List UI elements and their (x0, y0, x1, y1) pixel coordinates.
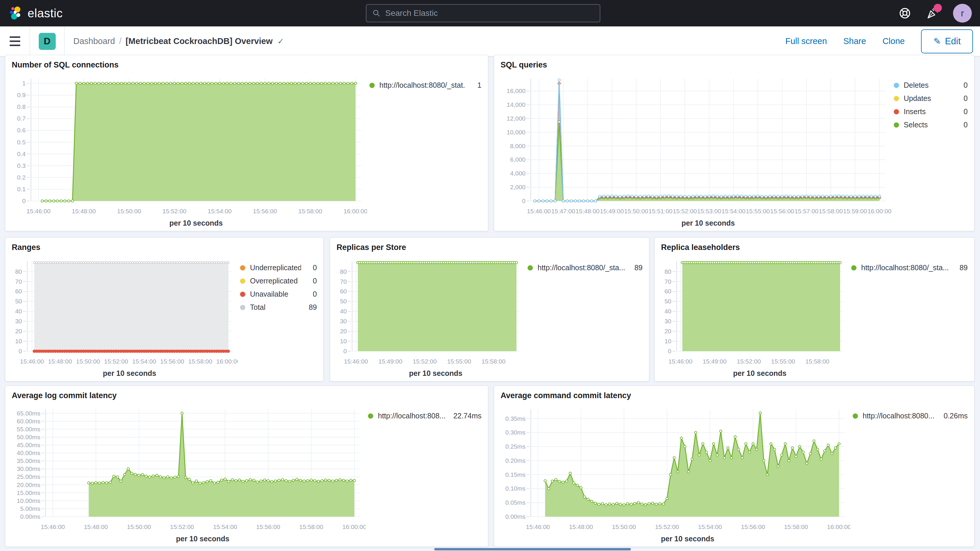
legend-item[interactable]: http://localhost:8080/_sta...89 (851, 263, 968, 272)
legend-label: Deletes (904, 81, 952, 89)
svg-text:15:52:00: 15:52:00 (413, 358, 437, 365)
svg-text:10: 10 (15, 338, 22, 344)
panel-replicas-per-store: Replicas per Store 0102030405060708015:4… (330, 237, 649, 381)
legend-label: http://localhost:8080/_stat... (379, 81, 466, 89)
svg-text:per 10 seconds: per 10 seconds (409, 369, 463, 377)
svg-text:20: 20 (15, 328, 22, 334)
full-screen-button[interactable]: Full screen (785, 37, 827, 46)
svg-text:15:56:00: 15:56:00 (741, 524, 765, 530)
svg-text:50: 50 (15, 298, 22, 304)
legend-value: 1 (470, 81, 482, 89)
svg-text:0.7: 0.7 (17, 115, 25, 122)
svg-text:0: 0 (522, 197, 525, 204)
chart-legend: http://localhost:8080/_sta...89 (849, 253, 968, 378)
legend-item[interactable]: http://localhost:8080/_stat...1 (369, 81, 482, 89)
svg-text:80: 80 (665, 268, 671, 275)
legend-item[interactable]: http://localhost:8080...0.26ms (853, 412, 968, 420)
svg-text:16:00:00: 16:00:00 (827, 524, 850, 530)
panel-average-command-commit-latency: Average command commit latency 0.00ms0.0… (494, 385, 974, 547)
svg-text:60: 60 (340, 288, 347, 295)
svg-text:70: 70 (340, 278, 347, 285)
dashboard-toolbar: D Dashboard / [Metricbeat CockroachDB] O… (0, 26, 980, 56)
legend-value: 0 (956, 121, 968, 129)
svg-text:70: 70 (665, 278, 671, 285)
svg-text:8,000: 8,000 (510, 143, 525, 149)
svg-text:80: 80 (340, 268, 347, 275)
legend-value: 89 (956, 263, 968, 272)
svg-text:15:46:00: 15:46:00 (41, 524, 65, 530)
svg-text:16:00:00: 16:00:00 (867, 208, 891, 215)
newsfeed-button[interactable] (926, 6, 940, 20)
legend-color-dot (894, 83, 899, 88)
pencil-icon: ✎ (933, 36, 941, 46)
svg-text:30: 30 (665, 318, 671, 325)
panel-title: Replicas per Store (337, 242, 643, 252)
app-badge-wrap: D (30, 26, 65, 56)
legend-item[interactable]: Inserts0 (894, 107, 968, 116)
svg-text:70: 70 (15, 278, 22, 285)
clone-button[interactable]: Clone (883, 37, 905, 46)
svg-text:15:52:00: 15:52:00 (655, 524, 679, 530)
svg-text:15:49:00: 15:49:00 (600, 208, 624, 215)
search-input[interactable] (385, 8, 594, 18)
legend-item[interactable]: Deletes0 (894, 81, 968, 89)
legend-label: Overreplicated (250, 277, 301, 285)
legend-color-dot (369, 83, 375, 88)
legend-item[interactable]: Updates0 (894, 94, 968, 103)
user-avatar[interactable]: r (953, 4, 972, 22)
panel-sql-queries: SQL queries 02,0004,0006,0008,00010,0001… (494, 55, 974, 231)
sql-queries-chart[interactable]: 02,0004,0006,0008,00010,00012,00014,0001… (501, 71, 891, 228)
help-button[interactable] (898, 6, 912, 20)
share-button[interactable]: Share (843, 37, 866, 46)
svg-text:1: 1 (22, 80, 26, 86)
replica-leaseholders-chart[interactable]: 0102030405060708015:46:0015:49:0015:52:0… (661, 253, 849, 378)
ranges-chart[interactable]: 0102030405060708015:46:0015:48:0015:50:0… (12, 253, 238, 378)
chart-legend: http://localhost:8080/_sta...89 (525, 253, 643, 378)
legend-item[interactable]: Underreplicated0 (240, 263, 317, 272)
dashboard-app-badge[interactable]: D (39, 33, 56, 50)
panel-replica-leaseholders: Replica leaseholders 0102030405060708015… (654, 237, 974, 381)
legend-item[interactable]: Unavailable0 (240, 290, 317, 298)
svg-text:15:46:00: 15:46:00 (527, 208, 551, 215)
svg-text:15:54:00: 15:54:00 (132, 358, 156, 365)
svg-text:0.10ms: 0.10ms (505, 485, 525, 492)
svg-text:6,000: 6,000 (510, 156, 525, 163)
command-commit-latency-chart[interactable]: 0.00ms0.05ms0.10ms0.15ms0.20ms0.25ms0.30… (501, 402, 850, 544)
svg-text:15:56:00: 15:56:00 (770, 208, 794, 215)
top-navigation-bar: elastic (0, 0, 980, 26)
svg-text:15:49:00: 15:49:00 (703, 358, 727, 365)
svg-text:15:48:00: 15:48:00 (576, 208, 600, 215)
svg-text:15:52:00: 15:52:00 (170, 524, 194, 530)
menu-button[interactable] (0, 26, 30, 56)
breadcrumb-dashboard-link[interactable]: Dashboard (73, 37, 115, 46)
legend-item[interactable]: Overreplicated0 (240, 277, 317, 285)
global-search[interactable] (366, 4, 600, 22)
elastic-logo[interactable]: elastic (0, 6, 63, 21)
svg-text:15:52:00: 15:52:00 (673, 208, 697, 215)
chart-legend: Deletes0Updates0Inserts0Selects0 (891, 71, 968, 228)
svg-text:12,000: 12,000 (507, 115, 525, 122)
legend-item[interactable]: http://localhost:8080/_sta...89 (528, 263, 643, 272)
log-commit-latency-chart[interactable]: 0.00ms5.00ms10.00ms15.00ms20.00ms25.00ms… (12, 402, 366, 544)
svg-text:20.00ms: 20.00ms (17, 481, 40, 488)
svg-text:15:48:00: 15:48:00 (569, 524, 593, 530)
replicas-per-store-chart[interactable]: 0102030405060708015:46:0015:49:0015:52:0… (337, 253, 525, 378)
svg-text:65.00ms: 65.00ms (17, 410, 40, 417)
svg-text:0.1: 0.1 (17, 186, 25, 193)
svg-text:50.00ms: 50.00ms (17, 434, 40, 440)
legend-item[interactable]: Selects0 (894, 121, 968, 129)
horizontal-scrollbar[interactable] (434, 548, 631, 550)
svg-text:15:59:00: 15:59:00 (843, 208, 867, 215)
legend-label: Underreplicated (250, 263, 301, 272)
svg-text:0.4: 0.4 (17, 151, 26, 157)
sql-connections-chart[interactable]: 00.10.20.30.40.50.60.70.80.9115:46:0015:… (12, 71, 367, 228)
legend-item[interactable]: http://localhost:808...22.74ms (368, 412, 482, 420)
legend-item[interactable]: Total89 (240, 303, 317, 312)
svg-text:15:50:00: 15:50:00 (127, 524, 151, 530)
edit-button[interactable]: ✎ Edit (921, 29, 973, 53)
svg-text:0.00ms: 0.00ms (505, 513, 525, 520)
legend-color-dot (368, 413, 373, 419)
svg-text:0.3: 0.3 (17, 162, 25, 169)
legend-label: http://localhost:808... (378, 412, 449, 420)
svg-text:15:50:00: 15:50:00 (117, 208, 141, 215)
